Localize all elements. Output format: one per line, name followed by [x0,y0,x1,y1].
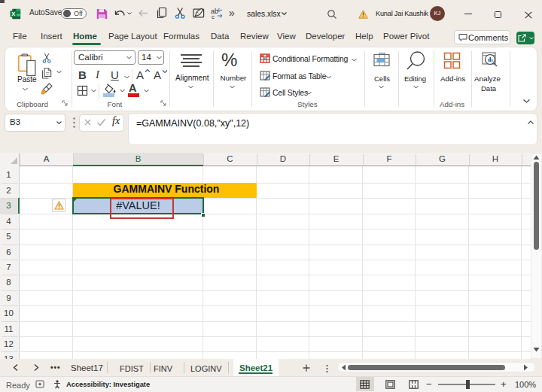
svg-text:X: X [11,11,15,17]
svg-text:c: c [212,14,215,20]
